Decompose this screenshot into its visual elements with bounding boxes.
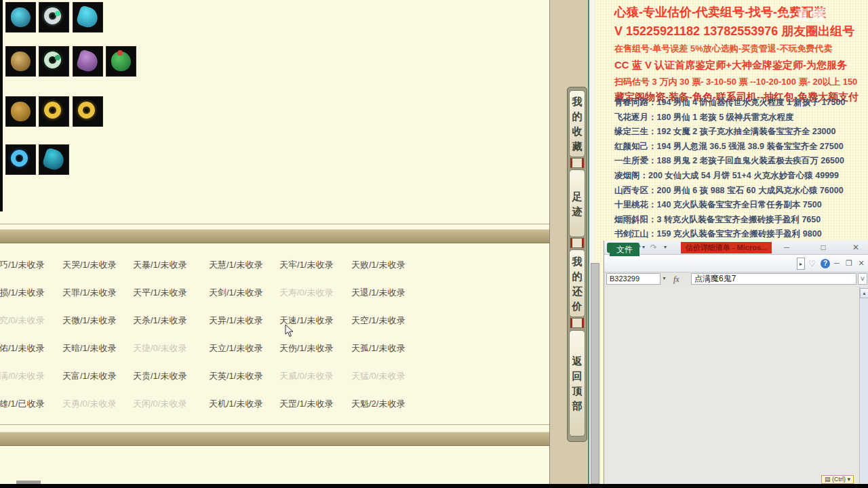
listing-line: 飞花逐月：180 男仙 1 老孩 5 级神兵雷克水程度 — [614, 112, 794, 123]
collection-entry[interactable]: 天闲/0/未收录 — [133, 398, 186, 410]
collection-entry[interactable]: 天机/1/未收录 — [209, 398, 262, 410]
collection-entry[interactable]: 天罪/1/未收录 — [62, 287, 116, 299]
side-tab-4[interactable]: 返回顶部 — [569, 330, 585, 436]
tab-file[interactable]: 文件 — [610, 243, 639, 256]
close-button[interactable]: ✕ — [848, 243, 863, 252]
minimize-button[interactable]: ─ — [779, 243, 794, 252]
collection-entry[interactable]: 天巧/1/未收录 — [0, 259, 44, 271]
gold-ring-icon — [44, 102, 61, 119]
scroll-up-button[interactable]: ▲ — [860, 288, 868, 298]
collection-entry[interactable]: 天寿/0/未收录 — [279, 287, 333, 299]
collection-entry[interactable]: 天孤/1/未收录 — [351, 342, 405, 354]
gold-ring-tile[interactable] — [39, 96, 69, 127]
feather-mask-tile[interactable] — [106, 46, 136, 77]
collection-entry[interactable]: 天雄/1/已收录 — [0, 398, 44, 410]
silver-ring-tile[interactable] — [39, 2, 69, 33]
blue-key-tile[interactable] — [39, 144, 69, 175]
formula-expand-icon[interactable]: ˅ — [858, 273, 867, 285]
gold-ring2-icon — [78, 102, 95, 119]
collection-entry[interactable]: 天杀/1/未收录 — [133, 314, 186, 327]
collection-entry[interactable]: 天猛/0/未收录 — [351, 370, 405, 382]
collection-entry[interactable]: 天贵/1/未收录 — [133, 370, 186, 382]
gold-mask-icon — [11, 102, 31, 121]
jade-necklace-icon — [44, 52, 61, 68]
stream-watermark-logo: 一直播 — [780, 5, 827, 24]
workbook-close-button[interactable]: ✕ — [854, 259, 868, 268]
heart-icon[interactable]: ♡ — [808, 259, 816, 268]
collection-entry[interactable]: 天罡/1/未收录 — [279, 398, 333, 410]
collection-entry[interactable]: 天异/1/未收录 — [209, 314, 262, 327]
side-tab-1[interactable]: 我的收藏 — [569, 90, 585, 157]
collection-entry[interactable]: 天空/1/未收录 — [351, 314, 405, 327]
blue-key-icon — [41, 147, 66, 172]
collection-entry[interactable]: 天平/1/未收录 — [133, 287, 186, 299]
fx-label[interactable]: fx — [673, 274, 679, 285]
silver-ring-icon-gem — [55, 11, 60, 16]
collection-entry[interactable]: 天微/1/未收录 — [62, 314, 116, 327]
blue-ring-tile[interactable] — [5, 144, 36, 175]
taskbar-peek — [16, 481, 41, 484]
collection-entry[interactable]: 天富/1/未收录 — [62, 370, 116, 382]
gold-skull-tile[interactable] — [5, 46, 36, 77]
listing-line: 山西专区：200 男仙 6 孩 988 宝石 60 大成风克水心猿 76000 — [614, 185, 844, 197]
qat-customize-dropdown-icon[interactable]: ▾ — [664, 244, 667, 250]
section-border-top — [0, 224, 549, 224]
excel-window: X ▤ ↶ ▾ ↷ ▾ 估价详细清单 - Micros... ─ □ ✕ 文件 … — [604, 241, 868, 484]
cyan-mask-icon — [11, 7, 31, 27]
collection-entry[interactable]: 天哭/1/未收录 — [62, 259, 116, 271]
name-box[interactable]: B323299 — [606, 273, 660, 285]
listing-line: 凌烟阁：200 女仙大成 54 月饼 51+4 火克水妙音心猿 49999 — [614, 170, 839, 182]
collection-entry[interactable]: 天慧/1/未收录 — [209, 259, 262, 271]
page-scrollbar[interactable] — [591, 263, 599, 484]
vertical-scrollbar[interactable] — [859, 287, 868, 484]
collection-entry[interactable]: 天暴/1/未收录 — [133, 259, 186, 271]
collection-entry[interactable]: 天捷/0/未收录 — [133, 342, 186, 354]
left-cut-strip — [0, 0, 3, 211]
collection-entry[interactable]: 天暗/1/未收录 — [62, 342, 116, 354]
side-tab-connector — [570, 318, 584, 328]
side-tab-connector — [570, 158, 584, 168]
side-tab-3[interactable]: 我的还价 — [569, 249, 585, 317]
collection-entry[interactable]: 天损/1/未收录 — [0, 287, 44, 299]
window-title: 估价详细清单 - Micros... — [681, 242, 772, 253]
collection-entry[interactable]: 天立/1/未收录 — [209, 342, 262, 354]
section-divider-bar-2 — [0, 432, 549, 446]
collection-entry[interactable]: 天魁/2/未收录 — [351, 398, 405, 410]
paste-options-button[interactable]: ▤ (Ctrl) ▾ — [821, 475, 854, 484]
listing-line: 烟雨斜阳：3 转克火队装备宝宝齐全搬砖接手盈利 7650 — [614, 214, 821, 226]
collection-entry[interactable]: 天剑/1/未收录 — [209, 287, 262, 299]
collection-entry[interactable]: 天满/0/未收录 — [0, 370, 44, 382]
cyan-cape-tile[interactable] — [73, 2, 103, 33]
name-box-dropdown-icon[interactable]: ▼ — [662, 276, 667, 281]
maximize-button[interactable]: □ — [816, 243, 831, 252]
collection-entry[interactable]: 天退/1/未收录 — [351, 287, 405, 299]
jade-necklace-tile[interactable] — [39, 46, 69, 77]
help-icon[interactable]: ? — [821, 259, 830, 268]
collection-entry[interactable]: 天究/0/未收录 — [0, 314, 44, 327]
screen: 天巧/1/未收录天哭/1/未收录天暴/1/未收录天慧/1/未收录天牢/1/未收录… — [0, 0, 868, 488]
collection-entry[interactable]: 天勇/0/未收录 — [62, 398, 116, 410]
listing-line: 一生所爱：188 男鬼 2 老孩子回血鬼火装孟极去疾百万 26500 — [614, 155, 844, 167]
collection-entry[interactable]: 天英/1/未收录 — [209, 370, 262, 382]
ribbon-popup-button[interactable]: ▸ — [797, 258, 805, 270]
collection-entry[interactable]: 天败/1/未收录 — [351, 259, 405, 271]
undo-dropdown-icon[interactable]: ▾ — [642, 244, 645, 250]
gold-ring2-tile[interactable] — [73, 96, 103, 127]
collection-entry[interactable]: 天牢/1/未收录 — [279, 259, 333, 271]
section-divider-bar — [0, 229, 549, 243]
gold-mask-tile[interactable] — [5, 96, 36, 127]
ad-line-4: CC 蓝 V 认证首席鉴定师+大神金牌鉴定师-为您服务 — [614, 59, 847, 72]
collection-entry[interactable]: 天佑/1/未收录 — [0, 342, 44, 354]
cyan-mask-tile[interactable] — [5, 2, 36, 33]
collection-entry[interactable]: 天威/0/未收录 — [279, 370, 333, 382]
side-tab-2[interactable]: 足迹 — [569, 169, 585, 237]
jade-necklace-icon-gem — [55, 55, 60, 60]
listing-line: 缘定三生：192 女魔 2 孩子克水抽全满装备宝宝齐全 23000 — [614, 126, 835, 138]
listing-line: 书剑江山：159 克火队装备宝宝齐全搬砖接手盈利 9800 — [614, 228, 822, 240]
section-border-bottom — [0, 424, 549, 425]
purple-jellyfish-tile[interactable] — [73, 46, 103, 77]
redo-button[interactable]: ↷ — [650, 243, 657, 252]
silver-ring-icon — [44, 7, 61, 24]
formula-input[interactable]: 点满魔6鬼7 — [691, 273, 856, 285]
collection-entry[interactable]: 天伤/1/未收录 — [279, 342, 333, 354]
